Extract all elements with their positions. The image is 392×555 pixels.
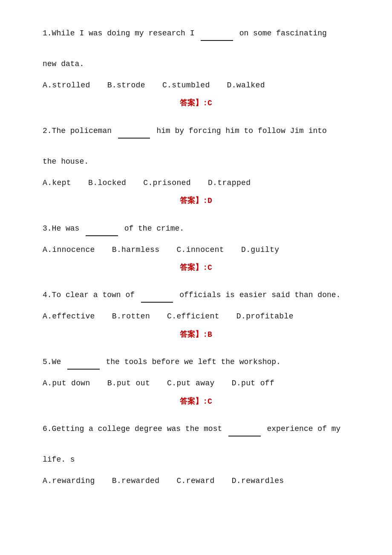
answer-3: 答案】:C [43,261,349,275]
question-block-4: 4.To clear a town of officials is easier… [43,287,349,341]
option-5-B: B.put out [107,376,150,390]
option-6-C: C.reward [176,474,214,488]
option-5-A: A.put down [43,376,90,390]
question-block-5: 5.We the tools before we left the worksh… [43,354,349,408]
option-4-D: D.profitable [236,309,294,323]
option-3-D: D.guilty [241,243,279,257]
option-1-D: D.walked [227,78,265,92]
options-line-3: A.innocenceB.harmlessC.innocentD.guilty [43,243,349,257]
options-line-5: A.put downB.put outC.put awayD.put off [43,376,349,390]
option-2-C: C.prisoned [143,176,191,190]
question-text-1: 1.While I was doing my research I on som… [43,26,349,72]
option-4-B: B.rotten [112,309,150,323]
question-text-6: 6.Getting a college degree was the most … [43,421,349,467]
option-5-C: C.put away [167,376,215,390]
option-2-D: D.trapped [208,176,251,190]
blank-6 [228,436,261,436]
option-2-B: B.locked [88,176,126,190]
answer-2: 答案】:D [43,194,349,208]
options-line-1: A.strolledB.strodeC.stumbledD.walked [43,78,349,92]
option-2-A: A.kept [43,176,71,190]
question-block-3: 3.He was of the crime.A.innocenceB.harml… [43,221,349,275]
question-text-5: 5.We the tools before we left the worksh… [43,354,349,370]
option-3-C: C.innocent [176,243,224,257]
answer-4: 答案】:B [43,328,349,341]
options-line-6: A.rewardingB.rewardedC.rewardD.rewardles [43,474,349,488]
option-1-A: A.strolled [43,78,90,92]
option-6-A: A.rewarding [43,474,95,488]
question-text-4: 4.To clear a town of officials is easier… [43,287,349,303]
option-6-D: D.rewardles [232,474,284,488]
questions-container: 1.While I was doing my research I on som… [43,26,349,488]
answer-5: 答案】:C [43,395,349,408]
blank-5 [67,369,100,370]
options-line-4: A.effectiveB.rottenC.efficientD.profitab… [43,309,349,323]
question-text-3: 3.He was of the crime. [43,221,349,236]
option-4-A: A.effective [43,309,95,323]
question-text-2: 2.The policeman him by forcing him to fo… [43,123,349,169]
option-5-D: D.put off [232,376,274,390]
option-4-C: C.efficient [167,309,219,323]
question-block-1: 1.While I was doing my research I on som… [43,26,349,110]
blank-2 [118,138,150,139]
question-block-6: 6.Getting a college degree was the most … [43,421,349,488]
option-6-B: B.rewarded [112,474,160,488]
option-1-B: B.strode [107,78,145,92]
question-block-2: 2.The policeman him by forcing him to fo… [43,123,349,208]
answer-1: 答案】:C [43,96,349,110]
option-3-A: A.innocence [43,243,95,257]
option-3-B: B.harmless [112,243,160,257]
blank-4 [141,302,173,303]
option-1-C: C.stumbled [162,78,210,92]
options-line-2: A.keptB.lockedC.prisonedD.trapped [43,176,349,190]
blank-1 [201,40,233,41]
blank-3 [86,235,118,236]
